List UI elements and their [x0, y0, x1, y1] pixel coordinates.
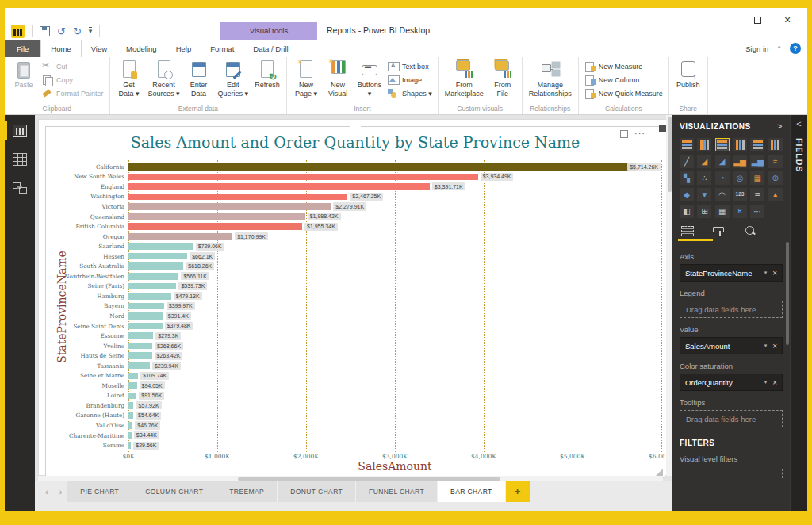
- analytics-tab[interactable]: [745, 226, 757, 241]
- canvas-horizontal-scrollbar[interactable]: [38, 476, 663, 481]
- new-measure-button[interactable]: New Measure: [584, 61, 663, 71]
- bar-california[interactable]: [128, 163, 636, 171]
- new-page-button[interactable]: NewPage ▾: [291, 59, 321, 99]
- ribbon-tab-format[interactable]: Format: [201, 40, 243, 57]
- v-scroll-thumb[interactable]: [668, 117, 672, 192]
- new-column-button[interactable]: New Column: [584, 75, 663, 85]
- bar-moselle[interactable]: [128, 382, 137, 389]
- report-page[interactable]: ··· Sales Amount and Order Quantity by S…: [38, 119, 668, 476]
- stacked-column-chart-icon[interactable]: [697, 138, 711, 151]
- bar-hessen[interactable]: [128, 253, 187, 260]
- get-data-button[interactable]: GetData ▾: [114, 59, 144, 99]
- ribbon-tab-data-drill[interactable]: Data / Drill: [243, 40, 297, 57]
- ribbon-chart-icon[interactable]: ≈: [768, 155, 783, 168]
- copy-button[interactable]: Copy: [42, 75, 104, 85]
- undo-icon[interactable]: ↺: [57, 26, 66, 36]
- bar-oregon[interactable]: [128, 233, 232, 240]
- ribbon-tab-view[interactable]: View: [82, 40, 117, 57]
- 100-stacked-column-chart-icon[interactable]: [768, 138, 783, 151]
- fields-tab[interactable]: [681, 226, 694, 241]
- recent-sources-button[interactable]: RecentSources ▾: [146, 59, 182, 99]
- bar-england[interactable]: [128, 183, 430, 190]
- field-pill-salesamount[interactable]: SalesAmount▾×: [680, 337, 783, 354]
- r-script-icon[interactable]: R: [733, 205, 747, 218]
- data-view-icon[interactable]: [13, 153, 27, 166]
- panel-scrollbar-thumb[interactable]: [786, 242, 789, 345]
- refresh-button[interactable]: Refresh: [252, 59, 282, 90]
- ribbon-tab-modeling[interactable]: Modeling: [117, 40, 167, 57]
- save-icon[interactable]: [40, 26, 50, 36]
- drop-field-area[interactable]: Drag data fields here: [680, 301, 783, 318]
- visual-resize-grip[interactable]: [656, 469, 663, 476]
- page-tab-treemap[interactable]: TREEMAP: [216, 481, 278, 502]
- bar-washington[interactable]: [128, 194, 347, 201]
- bar-charente-maritime[interactable]: [128, 432, 132, 439]
- slicer-icon[interactable]: ◧: [680, 205, 694, 218]
- line-chart-icon[interactable]: ╱: [680, 155, 694, 168]
- funnel-icon[interactable]: ▼: [697, 188, 711, 201]
- filled-map-icon[interactable]: ◆: [680, 188, 694, 201]
- format-painter-button[interactable]: Format Painter: [42, 88, 104, 98]
- ribbon-tab-help[interactable]: Help: [167, 40, 201, 57]
- ribbon-tab-home[interactable]: Home: [40, 40, 81, 57]
- bar-nordrhein-westfalen[interactable]: [128, 273, 178, 280]
- bar-queensland[interactable]: [128, 213, 305, 220]
- format-tab[interactable]: [713, 226, 726, 241]
- waterfall-chart-icon[interactable]: ▚: [680, 171, 694, 185]
- clustered-column-chart-icon[interactable]: [733, 138, 747, 151]
- from-marketplace-button[interactable]: FromMarketplace: [442, 59, 486, 99]
- stacked-area-chart-icon[interactable]: ◢: [715, 155, 730, 168]
- bar-tasmania[interactable]: [128, 362, 150, 370]
- bar-val-d-oise[interactable]: [128, 422, 132, 429]
- from-file-button[interactable]: FromFile: [488, 59, 518, 99]
- new-visual-button[interactable]: NewVisual: [323, 59, 353, 99]
- filters-drop-area[interactable]: [680, 469, 783, 478]
- text-box-button[interactable]: Text box: [388, 61, 432, 71]
- customize-toolbar-icon[interactable]: ▾: [89, 27, 93, 35]
- manage-relationships-button[interactable]: ManageRelationships: [527, 59, 574, 99]
- next-page-arrow[interactable]: ›: [54, 481, 68, 502]
- chevron-down-icon[interactable]: ▾: [761, 379, 768, 385]
- sign-in-link[interactable]: Sign in: [745, 44, 768, 53]
- remove-field-icon[interactable]: ×: [772, 342, 777, 351]
- bar-garonne-haute-[interactable]: [128, 412, 133, 420]
- multi-row-card-icon[interactable]: ≣: [750, 188, 764, 201]
- line-clustered-column-chart-icon[interactable]: ▂▅: [750, 155, 764, 168]
- 100-stacked-bar-chart-icon[interactable]: [750, 138, 764, 151]
- donut-chart-icon[interactable]: ◎: [733, 171, 747, 185]
- report-view-icon[interactable]: [13, 125, 27, 137]
- model-view-icon[interactable]: [13, 182, 27, 194]
- bar-chart-visual[interactable]: ··· Sales Amount and Order Quantity by S…: [45, 126, 665, 478]
- h-scroll-thumb[interactable]: [238, 477, 500, 481]
- bar-hamburg[interactable]: [128, 293, 171, 300]
- bar-seine-paris-[interactable]: [128, 283, 176, 290]
- matrix-icon[interactable]: ▦: [715, 205, 730, 218]
- stacked-bar-chart-icon[interactable]: [680, 138, 694, 151]
- publish-button[interactable]: Publish: [673, 59, 703, 90]
- clustered-bar-chart-icon[interactable]: [715, 138, 730, 151]
- new-page-button[interactable]: +: [506, 481, 530, 502]
- bar-seine-et-marne[interactable]: [128, 373, 138, 380]
- scatter-chart-icon[interactable]: ∴: [697, 171, 711, 185]
- bar-south-australia[interactable]: [128, 262, 183, 270]
- close-button[interactable]: ×: [772, 10, 802, 30]
- bar-yveline[interactable]: [128, 343, 152, 350]
- area-chart-icon[interactable]: ◢: [697, 155, 711, 168]
- card-icon[interactable]: 123: [733, 188, 747, 201]
- page-tab-column-chart[interactable]: COLUMN CHART: [132, 481, 216, 502]
- paste-button[interactable]: Paste: [9, 59, 39, 90]
- bar-hauts-de-seine[interactable]: [128, 352, 152, 359]
- bar-bayern[interactable]: [128, 303, 164, 310]
- expand-fields-icon[interactable]: <: [791, 119, 807, 128]
- field-pill-stateprovincename[interactable]: StateProvinceName▾×: [680, 264, 783, 282]
- bar-nord[interactable]: [128, 312, 163, 320]
- cut-button[interactable]: Cut: [42, 61, 104, 71]
- pie-chart-icon[interactable]: ◔: [715, 171, 730, 185]
- image-button[interactable]: Image: [388, 75, 432, 85]
- more-visuals-icon[interactable]: ⋯: [750, 205, 764, 218]
- kpi-icon[interactable]: ▲: [768, 188, 783, 201]
- new-quick-measure-button[interactable]: New Quick Measure: [584, 88, 663, 98]
- buttons-button[interactable]: Buttons▾: [354, 59, 385, 99]
- canvas-vertical-scrollbar[interactable]: [666, 115, 672, 476]
- page-tab-donut-chart[interactable]: DONUT CHART: [278, 481, 356, 502]
